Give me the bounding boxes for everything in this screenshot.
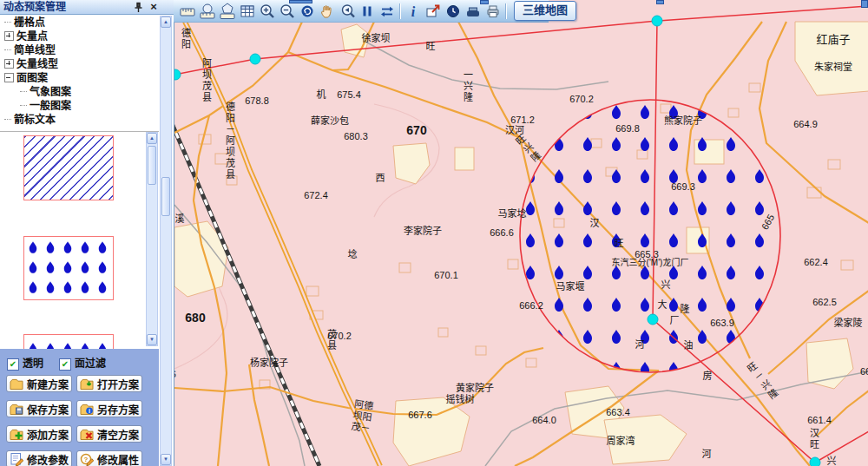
button-folder-save[interactable]: 保存方案 [6, 400, 72, 417]
checkbox-icon[interactable]: ✔ [59, 358, 71, 371]
pattern-list [0, 131, 159, 349]
tree-item-label: 气象图案 [30, 86, 71, 98]
tree-item-label: 矢量点 [16, 30, 48, 43]
clock-icon[interactable] [443, 2, 463, 21]
tree-item[interactable]: 矢量线型 [0, 57, 159, 71]
scrollbar-thumb[interactable] [161, 177, 170, 216]
panel-title: 动态预案管理 [3, 1, 66, 13]
button-label: 添加方案 [26, 427, 71, 442]
plan-area-circle[interactable] [520, 100, 780, 372]
info-icon[interactable]: i [403, 2, 423, 21]
export-icon[interactable] [423, 2, 443, 21]
pattern-item-drop-dots-partial[interactable] [23, 334, 114, 349]
redo-icon[interactable] [297, 2, 317, 21]
tree-item[interactable]: 栅格点 [0, 16, 159, 30]
folder-new-icon [10, 377, 23, 391]
panel-scrollbar[interactable]: ▲ ▼ [160, 16, 172, 466]
plan-controls: ✔透明✔面过滤新建方案打开方案保存方案i另存方案添加方案清空方案修改参数?修改属… [0, 349, 159, 466]
plan-vertex-handle[interactable] [250, 54, 260, 64]
map-toolbar: i 三维地图 [174, 0, 549, 23]
tree-item-label: 简单线型 [14, 44, 56, 56]
folder-add-icon [10, 427, 23, 441]
pattern-list-scrollbar[interactable]: ▲ ▼ [146, 132, 158, 346]
tree-item[interactable]: 气象图案 [0, 85, 159, 99]
plan-manager-panel: 动态预案管理 × 栅格点矢量点简单线型矢量线型面图案气象图案一般图案箭标文本 ✔… [0, 0, 174, 466]
plan-vertex-handle[interactable] [810, 457, 820, 466]
layer-tree: 栅格点矢量点简单线型矢量线型面图案气象图案一般图案箭标文本 [0, 16, 159, 130]
zoom-in-icon[interactable] [257, 2, 277, 21]
window-chrome-mark [289, 0, 312, 3]
folder-open-icon [80, 377, 94, 391]
tree-item[interactable]: 矢量点 [0, 30, 159, 43]
svg-text:?: ? [84, 456, 89, 463]
application-window: { "window": { "title": "动态预案管理" }, "tool… [0, 0, 868, 466]
map-graphics [174, 0, 868, 466]
scroll-down-icon[interactable]: ▼ [147, 334, 157, 345]
scroll-up-icon[interactable]: ▲ [161, 16, 171, 28]
svg-text:i: i [411, 3, 415, 18]
pattern-item-hatch-lines[interactable] [23, 135, 114, 200]
map-canvas[interactable]: 徐家坝红庙子朱家祠堂678.8机675.4薛家沙包680.3670671.2汉河… [174, 0, 868, 466]
svg-text:i: i [89, 408, 90, 414]
edit-params-icon [10, 452, 23, 466]
edit-attrs-icon: ? [80, 452, 94, 466]
tree-item[interactable]: 面图案 [0, 71, 159, 85]
button-label: 修改参数 [26, 452, 71, 466]
zoom-out-icon[interactable] [277, 2, 297, 21]
button-folder-clear[interactable]: 清空方案 [76, 425, 142, 443]
scrollbar-thumb[interactable] [148, 146, 156, 185]
button-folder-add[interactable]: 添加方案 [6, 425, 72, 443]
folder-saveas-icon: i [80, 402, 94, 416]
tree-item-label: 栅格点 [14, 16, 45, 29]
checkbox-icon[interactable]: ✔ [7, 358, 19, 371]
pattern-item-drop-dots[interactable] [23, 236, 114, 300]
tree-item-label: 矢量线型 [16, 58, 58, 70]
window-chrome-mark [656, 0, 664, 4]
button-label: 清空方案 [96, 427, 141, 442]
ruler-icon[interactable] [177, 2, 197, 21]
tree-branch-line [20, 91, 27, 92]
tree-item-label: 面图案 [16, 72, 48, 84]
expand-plus-icon[interactable] [4, 59, 14, 69]
window-chrome-mark [861, 0, 868, 8]
plan-vertex-handle[interactable] [648, 314, 658, 325]
button-folder-open[interactable]: 打开方案 [76, 375, 142, 392]
plan-vertex-handle[interactable] [174, 69, 181, 80]
button-folder-saveas[interactable]: i另存方案 [76, 400, 142, 417]
grid-icon[interactable] [237, 2, 257, 21]
button-edit-params[interactable]: 修改参数 [6, 450, 72, 466]
tree-item[interactable]: 一般图案 [0, 99, 159, 113]
scroll-up-icon[interactable]: ▲ [147, 133, 157, 144]
tree-item-label: 一般图案 [30, 100, 71, 112]
tree-branch-line [4, 49, 11, 50]
button-edit-attrs[interactable]: ?修改属性 [76, 450, 142, 466]
measure-arc-icon[interactable] [197, 2, 217, 21]
pan-hand-icon[interactable] [317, 2, 337, 21]
tree-item[interactable]: 简单线型 [0, 43, 159, 57]
checkbox-label: 透明 [23, 358, 43, 370]
pause-icon[interactable] [357, 2, 377, 21]
panel-title-bar: 动态预案管理 × [0, 0, 174, 15]
tree-item[interactable]: 箭标文本 [0, 113, 159, 127]
checkbox-face-filter[interactable]: ✔面过滤 [59, 355, 106, 368]
close-icon[interactable]: × [148, 0, 160, 13]
tree-branch-line [4, 119, 11, 120]
button-label: 修改属性 [96, 452, 141, 466]
tree-branch-line [4, 22, 11, 23]
button-label: 另存方案 [96, 402, 141, 417]
checkbox-transparent[interactable]: ✔透明 [7, 355, 43, 368]
window-chrome-mark [480, 0, 489, 4]
map-3d-button[interactable]: 三维地图 [514, 1, 576, 21]
collapse-minus-icon[interactable] [4, 73, 14, 82]
button-folder-new[interactable]: 新建方案 [6, 375, 72, 392]
plan-vertex-handle[interactable] [652, 16, 662, 26]
scroll-down-icon[interactable]: ▼ [161, 454, 171, 465]
expand-plus-icon[interactable] [4, 31, 14, 41]
button-label: 新建方案 [26, 377, 71, 391]
zoom-previous-icon[interactable] [337, 2, 357, 21]
measure-polygon-icon[interactable] [217, 2, 237, 21]
button-label: 打开方案 [96, 377, 141, 391]
tree-branch-line [20, 105, 27, 106]
swap-icon[interactable] [377, 2, 397, 21]
pin-icon[interactable] [133, 2, 144, 13]
